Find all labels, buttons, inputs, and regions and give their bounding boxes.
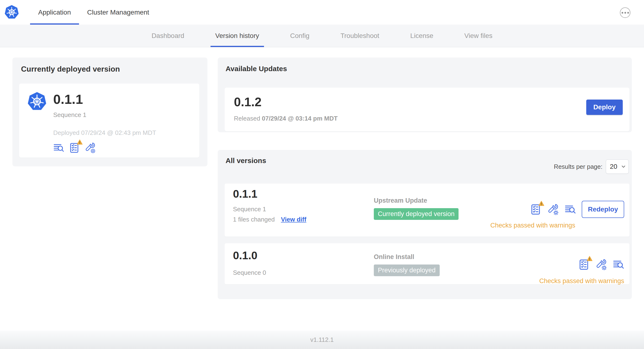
subnav-tab-license[interactable]: License [406, 24, 438, 47]
currently-deployed-info: 0.1.1 Sequence 1 Deployed 07/29/24 @ 02:… [53, 92, 156, 150]
all-versions-panel: All versions Results per page: 20 0.1.1 … [218, 150, 632, 299]
top-nav: Application Cluster Management [30, 0, 157, 24]
released-label: Released [234, 115, 260, 122]
preflight-checks-icon[interactable] [578, 259, 590, 270]
version-source-label: Upstream Update [374, 197, 490, 204]
tab-cluster-management-label: Cluster Management [87, 8, 149, 16]
released-date: 07/29/24 @ 03:14 pm MDT [262, 115, 338, 122]
row-sequence-label: Sequence 0 [233, 269, 374, 276]
tab-application-label: Application [38, 8, 71, 16]
currently-deployed-title: Currently deployed version [21, 65, 120, 74]
logs-icon[interactable] [564, 204, 576, 215]
version-row-middle: Upstream Update Currently deployed versi… [374, 197, 490, 232]
footer: v1.112.1 [0, 330, 644, 349]
kubernetes-logo [4, 5, 19, 20]
previously-deployed-badge: Previously deployed [374, 264, 440, 276]
available-updates-title: Available Updates [226, 65, 287, 73]
warning-triangle-icon [538, 201, 544, 206]
row-files-line: 1 files changed View diff [233, 216, 374, 223]
config-icon[interactable] [547, 204, 559, 215]
update-released-line: Released 07/29/24 @ 03:14 pm MDT [234, 115, 623, 122]
currently-deployed-panel: Currently deployed version 0.1.1 Sequenc… [12, 58, 208, 166]
warning-triangle-icon [76, 140, 83, 145]
version-row-actions: Redeploy [530, 201, 624, 218]
top-bar: Application Cluster Management [0, 0, 644, 24]
version-row-middle: Online Install Previously deployed [374, 253, 539, 285]
subnav-tab-config[interactable]: Config [286, 24, 314, 47]
preflight-checks-icon[interactable] [69, 142, 80, 153]
results-per-page-value: 20 [610, 163, 617, 170]
version-row-right: Redeploy Checks passed with warnings [490, 188, 624, 232]
currently-deployed-card: 0.1.1 Sequence 1 Deployed 07/29/24 @ 02:… [19, 84, 199, 158]
deploy-button[interactable]: Deploy [586, 100, 623, 115]
row-version-number: 0.1.0 [233, 250, 374, 261]
results-per-page: Results per page: 20 [554, 160, 629, 174]
version-row-actions [578, 259, 624, 270]
main-content: Currently deployed version 0.1.1 Sequenc… [0, 48, 644, 330]
current-deployed-timestamp: Deployed 07/29/24 @ 02:43 pm MDT [53, 129, 156, 136]
app-sub-nav: Dashboard Version history Config Trouble… [0, 24, 644, 47]
config-icon[interactable] [596, 259, 607, 270]
kubernetes-app-icon [27, 92, 47, 111]
config-icon[interactable] [85, 142, 96, 153]
subnav-tab-view-files[interactable]: View files [460, 24, 497, 47]
version-row-0-1-1: 0.1.1 Sequence 1 1 files changed View di… [224, 184, 630, 236]
available-update-card: 0.1.2 Released 07/29/24 @ 03:14 pm MDT D… [224, 88, 630, 131]
row-sequence-label: Sequence 1 [233, 206, 374, 213]
available-updates-panel: Available Updates 0.1.2 Released 07/29/2… [218, 58, 632, 132]
update-version-number: 0.1.2 [234, 96, 623, 108]
redeploy-button[interactable]: Redeploy [582, 201, 624, 218]
admin-console-page: Application Cluster Management Dashboard… [0, 0, 644, 349]
logs-icon[interactable] [53, 142, 64, 153]
warning-triangle-icon [586, 256, 593, 262]
subnav-tab-troubleshoot[interactable]: Troubleshoot [336, 24, 384, 47]
ellipsis-menu-icon[interactable] [620, 8, 630, 18]
tab-application[interactable]: Application [30, 0, 79, 24]
current-sequence-label: Sequence 1 [53, 111, 156, 119]
version-source-label: Online Install [374, 253, 539, 261]
tab-cluster-management[interactable]: Cluster Management [79, 0, 157, 24]
logs-icon[interactable] [613, 259, 624, 270]
files-changed-label: 1 files changed [233, 216, 275, 223]
view-diff-link[interactable]: View diff [281, 216, 306, 223]
checks-status-text: Checks passed with warnings [539, 278, 624, 285]
checks-status-text: Checks passed with warnings [490, 222, 575, 229]
console-version: v1.112.1 [310, 336, 334, 344]
currently-deployed-badge: Currently deployed version [374, 208, 458, 220]
subnav-tab-version-history[interactable]: Version history [210, 24, 264, 47]
current-version-actions [53, 142, 156, 153]
version-row-left: 0.1.1 Sequence 1 1 files changed View di… [233, 188, 374, 232]
version-row-0-1-0: 0.1.0 Sequence 0 Online Install Previous… [224, 243, 630, 284]
current-version-number: 0.1.1 [53, 92, 156, 106]
subnav-tab-dashboard[interactable]: Dashboard [147, 24, 189, 47]
chevron-down-icon [621, 165, 626, 168]
row-version-number: 0.1.1 [233, 188, 374, 199]
all-versions-title: All versions [226, 156, 266, 165]
results-per-page-label: Results per page: [554, 163, 602, 170]
version-row-left: 0.1.0 Sequence 0 [233, 248, 374, 285]
version-row-right: Checks passed with warnings [539, 248, 624, 285]
preflight-checks-icon[interactable] [530, 204, 542, 215]
results-per-page-select[interactable]: 20 [606, 160, 629, 174]
